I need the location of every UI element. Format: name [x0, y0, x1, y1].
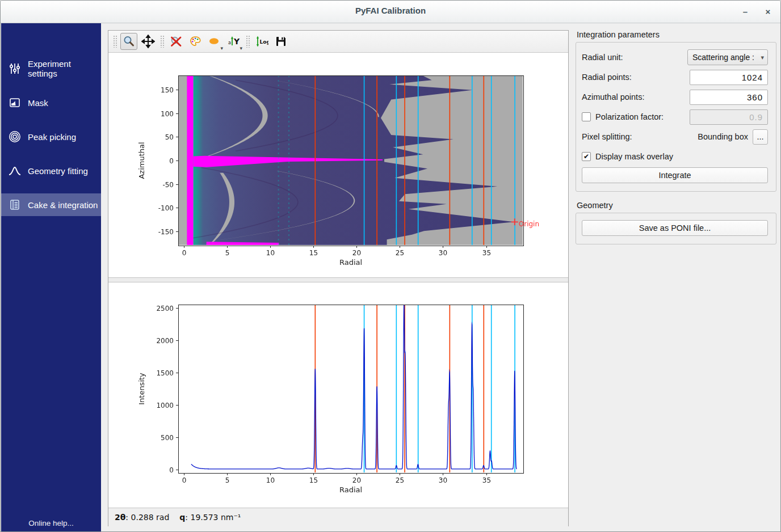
y-axis-tool-button[interactable]: a Y: [225, 33, 242, 50]
sidebar-item-mask[interactable]: Mask: [1, 91, 101, 114]
pyfai-window: PyFAI Calibration – × Experiment setting…: [0, 0, 781, 532]
close-button[interactable]: ×: [760, 4, 776, 20]
online-help-link[interactable]: Online help...: [1, 519, 101, 527]
magnifier-icon: [122, 35, 136, 48]
sidebar: Experiment settings Mask Peak picking: [1, 23, 101, 532]
radial-unit-label: Radial unit:: [582, 53, 687, 62]
pan-tool-button[interactable]: [140, 33, 157, 50]
cake-plot-canvas[interactable]: [108, 53, 568, 277]
zoom-tool-button[interactable]: [120, 33, 137, 50]
cake-plot-panel[interactable]: [108, 53, 568, 277]
sidebar-item-peak-picking[interactable]: Peak picking: [1, 125, 101, 148]
radial-points-label: Radial points:: [582, 73, 690, 82]
peak-curve-icon: [7, 164, 22, 178]
pixel-splitting-more-button[interactable]: ...: [753, 129, 768, 145]
sidebar-item-label: Peak picking: [28, 132, 76, 142]
window-title: PyFAI Calibration: [1, 6, 780, 15]
sidebar-item-label: Experiment settings: [28, 59, 101, 78]
palette-icon: [188, 35, 202, 48]
main-panel: a Y Log: [108, 30, 569, 526]
toolbar-grip[interactable]: [113, 35, 117, 48]
coordinates-statusbar: 2θ: 0.288 rad q: 19.573 nm⁻¹: [108, 508, 568, 526]
radial-unit-select[interactable]: Scattering angle : ▾: [687, 49, 768, 65]
plot-toolbar: a Y Log: [108, 31, 568, 53]
plots-splitter-handle[interactable]: [108, 277, 568, 282]
two-theta-value: : 0.288 rad: [125, 513, 169, 522]
toolbar-grip[interactable]: [246, 35, 250, 48]
titlebar: PyFAI Calibration – ×: [1, 1, 780, 23]
minimize-button[interactable]: –: [737, 4, 753, 20]
toolbar-grip[interactable]: [160, 35, 164, 48]
zoom-reset-tool-button[interactable]: [167, 33, 184, 50]
intensity-plot-canvas[interactable]: [108, 282, 568, 508]
y-axis-icon: a Y: [227, 35, 241, 48]
integration-parameters-group: Radial unit: Scattering angle : ▾ Radial…: [576, 42, 776, 192]
svg-text:Y: Y: [233, 37, 240, 46]
save-poni-button[interactable]: Save as PONI file...: [582, 220, 768, 236]
q-label: q: [179, 513, 185, 522]
polarization-checkbox[interactable]: [582, 112, 591, 121]
sidebar-item-cake-integration[interactable]: Cake & integration: [1, 193, 101, 216]
sidebar-item-label: Geometry fitting: [28, 166, 88, 176]
radial-points-input[interactable]: [690, 70, 768, 85]
sidebar-item-label: Cake & integration: [28, 200, 98, 210]
geometry-title: Geometry: [577, 201, 776, 210]
ellipse-icon: [208, 35, 221, 48]
colormap-tool-button[interactable]: [187, 33, 204, 50]
save-icon: [274, 35, 288, 48]
log-scale-tool-button[interactable]: Log: [253, 33, 270, 50]
pan-arrows-icon: [141, 35, 155, 48]
mask-shape-tool-button[interactable]: [206, 33, 223, 50]
log-icon-label: Log: [260, 39, 269, 45]
geometry-group: Save as PONI file...: [576, 213, 776, 244]
pixel-splitting-label: Pixel splitting:: [582, 132, 698, 141]
pixel-splitting-value: Bounding box: [698, 132, 748, 141]
chevron-down-icon: ▾: [761, 54, 764, 61]
integration-parameters-title: Integration parameters: [577, 30, 776, 39]
svg-text:a: a: [228, 40, 231, 45]
magnifier-cross-icon: [169, 35, 183, 48]
mask-overlay-checkbox[interactable]: ✔: [582, 152, 591, 161]
sidebar-item-label: Mask: [28, 98, 48, 108]
cake-list-icon: [7, 198, 22, 212]
q-value: : 19.573 nm⁻¹: [185, 513, 241, 522]
target-icon: [7, 130, 22, 143]
sidebar-item-geometry-fitting[interactable]: Geometry fitting: [1, 159, 101, 182]
azimuthal-points-input[interactable]: [690, 90, 768, 105]
log-icon: Log: [255, 35, 268, 48]
intensity-plot-panel[interactable]: [108, 282, 568, 508]
sliders-icon: [7, 62, 22, 75]
integrate-button[interactable]: Integrate: [582, 167, 768, 183]
two-theta-label: 2θ: [115, 513, 125, 522]
polarization-input: [690, 109, 768, 125]
azimuthal-points-label: Azimuthal points:: [582, 92, 690, 102]
save-tool-button[interactable]: [272, 33, 289, 50]
sidebar-item-experiment-settings[interactable]: Experiment settings: [1, 57, 101, 80]
mask-icon: [7, 96, 22, 109]
mask-overlay-label: Display mask overlay: [595, 152, 768, 161]
right-panel: Integration parameters Radial unit: Scat…: [570, 23, 781, 532]
polarization-label: Polarization factor:: [595, 112, 690, 121]
